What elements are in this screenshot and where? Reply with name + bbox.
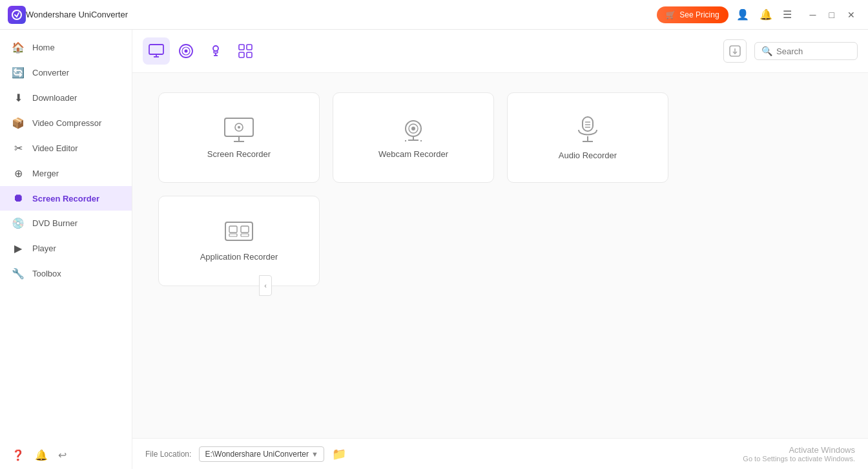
merger-icon: ⊕	[12, 167, 25, 180]
tab-audio[interactable]	[202, 37, 229, 65]
user-icon[interactable]: 👤	[734, 6, 752, 23]
sidebar: 🏠 Home 🔄 Converter ⬇ Downloader 📦 Video …	[0, 30, 132, 469]
toolbox-icon: 🔧	[12, 267, 25, 280]
file-location-value: E:\Wondershare UniConverter	[205, 450, 309, 459]
cart-icon: 🛒	[666, 10, 676, 19]
screen-recorder-icon: ⏺	[12, 193, 25, 204]
title-bar-controls: 🛒 See Pricing 👤 🔔 ☰ ─ □ ✕	[657, 6, 860, 23]
dvd-burner-icon: 💿	[12, 217, 25, 229]
sidebar-item-toolbox[interactable]: 🔧 Toolbox	[0, 261, 132, 286]
sidebar-item-merger[interactable]: ⊕ Merger	[0, 161, 132, 186]
sidebar-item-video-compressor[interactable]: 📦 Video Compressor	[0, 110, 132, 136]
app-logo	[8, 6, 26, 24]
sidebar-item-dvd-burner[interactable]: 💿 DVD Burner	[0, 211, 132, 236]
toolbar: 🔍	[132, 30, 868, 73]
search-input[interactable]	[776, 47, 851, 56]
app-title: Wondershare UniConverter	[26, 10, 657, 19]
search-bar[interactable]: 🔍	[754, 42, 858, 60]
svg-rect-1	[149, 45, 163, 54]
sidebar-label-dvd-burner: DVD Burner	[32, 218, 78, 228]
notification-icon[interactable]: 🔔	[35, 449, 48, 461]
sidebar-label-downloader: Downloader	[32, 93, 77, 103]
file-location-label: File Location:	[145, 450, 191, 459]
monitor-icon	[149, 44, 164, 58]
converter-icon: 🔄	[12, 67, 25, 79]
dropdown-chevron-icon: ▼	[311, 450, 318, 458]
import-icon	[728, 45, 741, 57]
sidebar-item-home[interactable]: 🏠 Home	[0, 35, 132, 60]
sidebar-item-screen-recorder[interactable]: ⏺ Screen Recorder	[0, 186, 132, 211]
search-icon: 🔍	[761, 46, 772, 56]
svg-rect-14	[247, 52, 252, 57]
svg-point-6	[185, 50, 188, 53]
svg-rect-39	[241, 234, 249, 236]
record-icon	[179, 44, 193, 58]
screen-recorder-icon	[223, 117, 254, 143]
application-recorder-label: Application Recorder	[200, 252, 278, 262]
home-icon: 🏠	[12, 41, 25, 54]
sidebar-label-screen-recorder: Screen Recorder	[32, 194, 99, 203]
sidebar-nav: 🏠 Home 🔄 Converter ⬇ Downloader 📦 Video …	[0, 30, 132, 441]
sidebar-footer: ❓ 🔔 ↩	[0, 441, 132, 469]
audio-recorder-label: Audio Recorder	[559, 151, 617, 160]
tab-screen[interactable]	[143, 37, 170, 65]
activate-windows-notice: Activate Windows Go to Settings to activ…	[743, 445, 855, 463]
sidebar-label-toolbox: Toolbox	[32, 269, 61, 278]
video-compressor-icon: 📦	[12, 117, 25, 129]
svg-point-24	[411, 127, 415, 130]
close-button[interactable]: ✕	[842, 7, 860, 23]
audio-recorder-card[interactable]: Audio Recorder	[507, 92, 668, 183]
svg-rect-12	[247, 45, 252, 50]
webcam-recorder-label: Webcam Recorder	[378, 149, 448, 159]
svg-point-21	[238, 126, 240, 129]
minimize-button[interactable]: ─	[805, 7, 822, 23]
svg-rect-8	[214, 51, 218, 53]
svg-rect-37	[241, 226, 249, 233]
apps-icon	[238, 44, 253, 58]
sidebar-item-converter[interactable]: 🔄 Converter	[0, 60, 132, 85]
svg-rect-29	[583, 117, 593, 131]
maximize-button[interactable]: □	[824, 7, 840, 23]
bell-icon[interactable]: 🔔	[757, 6, 775, 23]
file-location-select[interactable]: E:\Wondershare UniConverter ▼	[199, 446, 324, 462]
main-content: ‹	[132, 30, 868, 469]
player-icon: ▶	[12, 242, 25, 255]
browse-folder-button[interactable]: 📁	[332, 447, 346, 461]
import-button[interactable]	[723, 39, 747, 63]
sidebar-label-converter: Converter	[32, 68, 69, 78]
screen-recorder-label: Screen Recorder	[207, 149, 271, 159]
webcam-recorder-icon	[399, 117, 428, 143]
cards-row-2: Application Recorder	[158, 196, 842, 286]
svg-point-0	[12, 10, 21, 19]
sidebar-item-downloader[interactable]: ⬇ Downloader	[0, 85, 132, 110]
sidebar-item-video-editor[interactable]: ✂ Video Editor	[0, 136, 132, 161]
sidebar-label-merger: Merger	[32, 169, 59, 178]
sidebar-item-player[interactable]: ▶ Player	[0, 236, 132, 261]
svg-rect-38	[229, 234, 237, 236]
audio-recorder-icon	[575, 116, 601, 144]
bottom-bar: File Location: E:\Wondershare UniConvert…	[132, 438, 868, 469]
sidebar-label-video-editor: Video Editor	[32, 143, 78, 153]
sidebar-label-video-compressor: Video Compressor	[32, 118, 101, 128]
audio-icon	[209, 44, 223, 58]
see-pricing-button[interactable]: 🛒 See Pricing	[657, 6, 728, 23]
tab-record[interactable]	[172, 37, 200, 65]
tab-apps[interactable]	[232, 37, 259, 65]
screen-recorder-card[interactable]: Screen Recorder	[158, 92, 320, 183]
webcam-recorder-card[interactable]: Webcam Recorder	[333, 92, 494, 183]
svg-rect-11	[239, 45, 244, 50]
application-recorder-card[interactable]: Application Recorder	[158, 196, 320, 286]
svg-rect-13	[239, 52, 244, 57]
collapse-sidebar-button[interactable]: ‹	[259, 275, 272, 296]
hamburger-icon[interactable]: ☰	[780, 6, 794, 23]
svg-rect-36	[229, 226, 237, 233]
application-recorder-icon	[224, 221, 254, 245]
title-bar: Wondershare UniConverter 🛒 See Pricing 👤…	[0, 0, 868, 30]
cards-row-1: Screen Recorder Webcam Recorder	[158, 92, 842, 183]
app-body: 🏠 Home 🔄 Converter ⬇ Downloader 📦 Video …	[0, 30, 868, 469]
sidebar-label-player: Player	[32, 244, 56, 253]
feedback-icon[interactable]: ↩	[58, 449, 67, 461]
downloader-icon: ⬇	[12, 92, 25, 104]
help-icon[interactable]: ❓	[12, 449, 25, 461]
svg-point-7	[213, 46, 218, 51]
